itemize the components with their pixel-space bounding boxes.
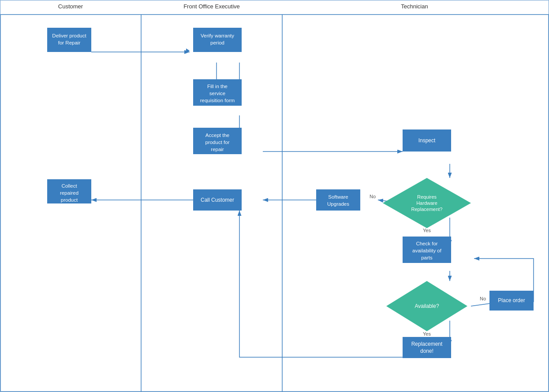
svg-text:Verify warranty: Verify warranty bbox=[201, 33, 234, 38]
node-checkparts: Check for availability of parts bbox=[403, 237, 451, 263]
svg-text:Call Customer: Call Customer bbox=[201, 197, 234, 203]
node-collect: Collect repaired product bbox=[47, 179, 91, 203]
node-fill: Fill in the service requisition form bbox=[193, 79, 242, 106]
label-no: No bbox=[370, 194, 376, 199]
node-callcustomer: Call Customer bbox=[193, 189, 242, 211]
node-verify: Verify warranty period bbox=[193, 28, 242, 52]
label-yes: Yes bbox=[423, 228, 431, 233]
svg-text:availability of: availability of bbox=[412, 248, 442, 253]
svg-text:Fill in the: Fill in the bbox=[207, 84, 228, 89]
svg-text:Requires: Requires bbox=[417, 194, 437, 200]
node-placeorder: Place order bbox=[489, 291, 534, 311]
svg-text:product for: product for bbox=[205, 140, 230, 145]
node-inspect: Inspect bbox=[403, 129, 451, 152]
label-yes2: Yes bbox=[423, 331, 431, 337]
svg-text:repaired: repaired bbox=[60, 190, 78, 196]
svg-text:Accept the: Accept the bbox=[205, 133, 229, 138]
node-software: Software Upgrades bbox=[316, 189, 360, 211]
svg-text:product: product bbox=[61, 197, 78, 203]
svg-text:period: period bbox=[210, 40, 224, 45]
svg-text:requisition form: requisition form bbox=[200, 98, 235, 103]
node-accept: Accept the product for repair bbox=[193, 128, 242, 154]
svg-text:parts: parts bbox=[421, 255, 433, 260]
arrowhead-deliver-verify bbox=[186, 48, 190, 53]
node-replacement: Replacement done! bbox=[403, 337, 451, 358]
svg-text:service: service bbox=[209, 91, 225, 96]
svg-text:Replacement?: Replacement? bbox=[411, 207, 443, 212]
svg-text:Collect: Collect bbox=[61, 183, 77, 189]
label-no2: No bbox=[480, 296, 486, 301]
svg-text:done!: done! bbox=[420, 348, 433, 354]
svg-text:repair: repair bbox=[211, 147, 224, 152]
svg-rect-44 bbox=[403, 337, 451, 358]
svg-rect-27 bbox=[316, 189, 360, 211]
svg-text:Inspect: Inspect bbox=[418, 137, 436, 144]
node-available: Available? bbox=[386, 281, 467, 331]
svg-text:Upgrades: Upgrades bbox=[327, 201, 349, 207]
svg-text:Deliver product: Deliver product bbox=[52, 33, 86, 38]
diagram-container: Customer Front Office Executive Technici… bbox=[0, 0, 549, 392]
node-deliver: Deliver product for Repair bbox=[47, 28, 91, 52]
svg-text:Software: Software bbox=[328, 194, 348, 200]
lane-customer-label: Customer bbox=[58, 3, 83, 10]
lane-frontoffice-label: Front Office Executive bbox=[183, 3, 240, 10]
svg-text:Place order: Place order bbox=[498, 297, 525, 303]
lane-technician-label: Technician bbox=[401, 3, 428, 10]
arrow-replacement-call bbox=[239, 211, 450, 357]
svg-text:Hardware: Hardware bbox=[416, 200, 437, 206]
svg-text:Check for: Check for bbox=[416, 241, 437, 246]
node-requires: Requires Hardware Replacement? bbox=[383, 178, 471, 228]
svg-text:Available?: Available? bbox=[415, 303, 439, 309]
svg-text:for Repair: for Repair bbox=[58, 40, 81, 45]
svg-text:Replacement: Replacement bbox=[411, 341, 443, 347]
